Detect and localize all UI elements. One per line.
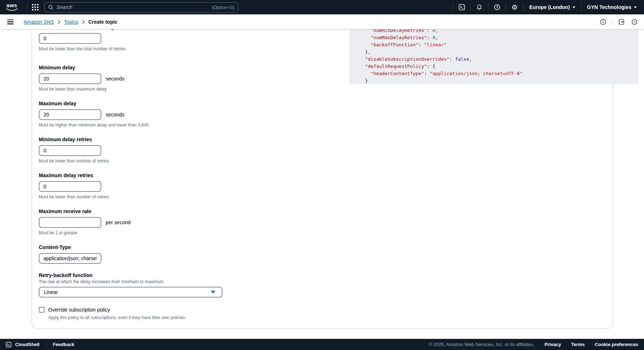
field-group-minimum-delay: Minimum delay seconds Must be lower than… [39,64,254,92]
breadcrumb-divider [612,18,612,26]
field-constraint: Must be higher than minimum delay and lo… [39,122,254,128]
account-menu[interactable]: GYN Technologies [586,4,638,10]
feedback-button[interactable]: Feedback [53,342,74,347]
override-subscription-policy-checkbox[interactable] [39,307,45,313]
json-code: "maxDelayTarget": 20, "numMinDelayRetrie… [349,29,639,84]
search-shortcut-hint: [Option+S] [212,5,234,10]
override-policy-group: Override subscription policy Apply this … [39,306,254,321]
breadcrumb: Amazon SNS Topics Create topic [24,19,118,25]
field-label: Retry-backoff function [39,272,254,279]
maximum-receive-rate-input[interactable] [39,217,101,228]
chevron-down-icon [572,6,575,8]
field-description: The rate at which the delay increases fr… [39,279,254,285]
retries-without-delay-input[interactable] [39,33,101,44]
checkbox-label: Override subscription policy [48,306,110,313]
retry-backoff-select[interactable]: Linear [39,287,222,298]
input-suffix: per second [106,220,130,225]
notifications-bell-icon[interactable] [475,3,484,11]
select-caret-icon [211,291,215,294]
documentation-panel-icon[interactable] [617,18,625,26]
delivery-policy-card: Number of retries without delay Must be … [32,29,613,329]
settings-gear-icon[interactable]: ⚙ [510,3,519,11]
field-constraint: Must be lower than maximum delay [39,86,254,92]
checkbox-description: Apply this policy to all subscriptions, … [48,315,254,321]
topbar-divider [453,3,453,11]
cookie-preferences-link[interactable]: Cookie preferences [595,342,638,347]
help-icon[interactable]: ? [493,3,501,11]
side-nav-toggle-icon[interactable] [7,19,14,24]
breadcrumb-link-sns[interactable]: Amazon SNS [24,19,54,25]
breadcrumb-bar: Amazon SNS Topics Create topic [0,14,644,29]
aws-logo-text: aws [6,3,17,8]
field-label: Maximum receive rate [39,208,254,215]
topbar-divider [27,3,28,11]
chevron-down-icon [634,6,637,8]
field-label: Maximum delay retries [39,172,254,179]
cloudshell-button[interactable]: CloudShell [15,342,40,347]
cloudshell-icon[interactable] [457,3,466,11]
topbar-divider [581,3,581,11]
minimum-delay-input[interactable] [39,73,101,84]
account-label: GYN Technologies [587,4,631,10]
field-group-maximum-delay-retries: Maximum delay retries Must be lower than… [39,172,254,200]
field-label: Minimum delay retries [39,136,254,143]
search-input[interactable] [56,4,212,10]
field-constraint: Must be 1 or greater [39,230,254,236]
topbar-divider [506,3,506,11]
aws-logo[interactable]: aws [6,3,18,11]
services-grid-icon[interactable] [32,4,38,10]
chevron-right-icon [82,20,85,24]
region-selector[interactable]: Europe (London) [528,4,577,10]
aws-smile-icon [6,8,18,11]
cloudshell-icon [6,342,12,347]
global-search[interactable]: [Option+S] [44,2,238,13]
field-constraint: Must be lower than number of retries [39,194,254,200]
console-footer: CloudShell Feedback © 2025, Amazon Web S… [0,339,644,350]
field-label: Maximum delay [39,100,254,107]
breadcrumb-link-topics[interactable]: Topics [64,19,78,25]
top-navigation-bar: aws [Option+S] [0,0,644,14]
field-constraint: Must be lower than number of retries [39,158,254,164]
minimum-delay-retries-input[interactable] [39,145,101,156]
terms-link[interactable]: Terms [571,342,585,347]
field-group-maximum-receive-rate: Maximum receive rate per second Must be … [39,208,254,236]
field-label: Number of retries without delay [39,29,254,31]
breadcrumb-current-page: Create topic [88,19,118,25]
topbar-divider [488,3,488,11]
svg-text:?: ? [496,5,498,9]
field-group-minimum-delay-retries: Minimum delay retries Must be lower than… [39,136,254,164]
hexagon-clock-icon[interactable] [630,18,638,26]
footer-divider [46,342,46,347]
maximum-delay-input[interactable] [39,109,101,120]
copyright-text: © 2025, Amazon Web Services, Inc. or its… [428,342,534,347]
main-content: Number of retries without delay Must be … [0,29,644,339]
topbar-divider [470,3,471,11]
field-group-retries-without-delay: Number of retries without delay Must be … [39,29,254,52]
field-label: Minimum delay [39,64,254,71]
region-label: Europe (London) [529,4,570,10]
field-group-maximum-delay: Maximum delay seconds Must be higher tha… [39,100,254,128]
search-icon [48,5,54,10]
field-constraint: Must be lower than the total number of r… [39,46,254,52]
field-group-retry-backoff: Retry-backoff function The rate at which… [39,272,254,298]
maximum-delay-retries-input[interactable] [39,181,101,192]
field-label: Content-Type [39,244,254,251]
privacy-link[interactable]: Privacy [544,342,561,347]
topbar-divider [523,3,524,11]
field-group-content-type: Content-Type [39,244,254,264]
delivery-policy-json-preview: "maxDelayTarget": 20, "numMinDelayRetrie… [349,29,639,84]
selected-option: Linear [44,289,211,295]
input-suffix: seconds [106,76,124,82]
content-type-input[interactable] [39,253,101,264]
input-suffix: seconds [106,112,124,118]
delivery-retry-form: Number of retries without delay Must be … [39,30,254,321]
chevron-right-icon [58,20,60,24]
info-icon[interactable] [599,18,607,26]
